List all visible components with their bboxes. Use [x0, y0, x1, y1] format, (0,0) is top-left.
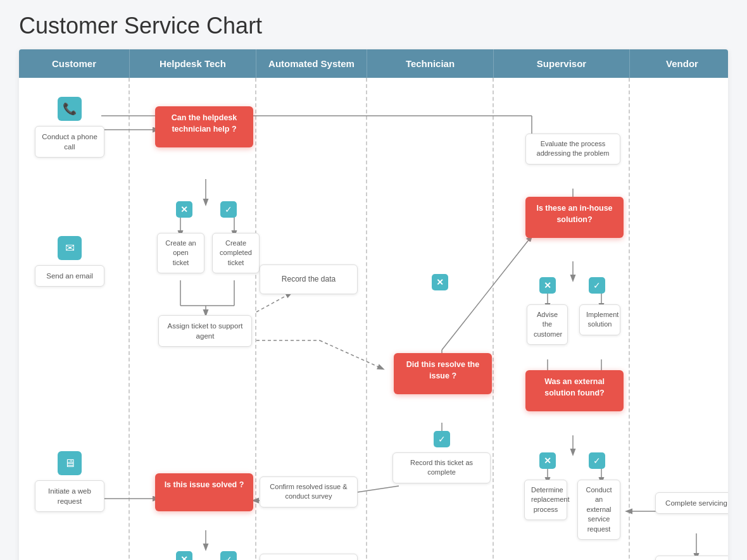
- assign-ticket-node: Assign ticket to support agent: [158, 315, 252, 347]
- create-completed-ticket-1-label: Create completed ticket: [212, 233, 260, 273]
- send-email-node: ✉ Send an email: [25, 236, 114, 287]
- is-issue-solved-node: Is this issue solved ?: [155, 473, 253, 511]
- complete-servicing-label: Complete servicing: [655, 492, 728, 514]
- send-email-label: Send an email: [35, 265, 104, 287]
- determine-replacement-label: Determine replacement process: [524, 480, 567, 520]
- chart-container: Customer Helpdesk Tech Automated System …: [19, 49, 728, 560]
- conduct-phone-call-label: Conduct a phone call: [35, 126, 104, 158]
- can-helpdesk-help-node: Can the helpdesk technician help ?: [155, 106, 253, 147]
- helpdesk-check-icon: ✓: [220, 201, 237, 218]
- is-inhouse-node: Is these an in-house solution?: [525, 197, 624, 238]
- header-automated: Automated System: [256, 49, 367, 78]
- record-data-node: Record the data: [260, 264, 358, 294]
- implement-solution-label: Implement solution: [579, 304, 620, 335]
- technician-x-icon: ✕: [432, 274, 448, 290]
- store-record-label: Store the Record in a database: [260, 554, 358, 560]
- store-record-node: Store the Record in a database: [260, 554, 358, 560]
- implement-solution-node: Implement solution: [579, 304, 620, 335]
- is-issue-solved-label: Is this issue solved ?: [155, 473, 253, 511]
- helpdesk-x-icon: ✕: [176, 201, 192, 218]
- evaluate-process-node: Evaluate the process addressing the prob…: [525, 134, 620, 165]
- record-ticket-complete-node: Record this ticket as complete: [392, 452, 491, 483]
- create-open-ticket-1-label: Create an open ticket: [157, 233, 204, 273]
- inhouse-check-icon: ✓: [589, 277, 605, 294]
- assign-ticket-label: Assign ticket to support agent: [158, 315, 252, 347]
- evaluate-process-label: Evaluate the process addressing the prob…: [525, 134, 620, 165]
- can-helpdesk-help-label: Can the helpdesk technician help ?: [155, 106, 253, 147]
- email-icon: ✉: [58, 236, 82, 260]
- confirm-resolved-1-node: Confirm resolved issue & conduct survey: [260, 476, 358, 507]
- conduct-phone-call-node: 📞 Conduct a phone call: [25, 97, 114, 158]
- issue-solved-check-icon: ✓: [220, 551, 237, 560]
- header-vendor: Vendor: [630, 49, 728, 78]
- did-resolve-check-icon: ✓: [434, 431, 450, 447]
- did-resolve-node: Did this resolve the issue ?: [394, 353, 492, 394]
- record-ticket-complete-label: Record this ticket as complete: [392, 452, 491, 483]
- chart-body: 📞 Conduct a phone call ✉ Send an email 🖥…: [19, 78, 728, 560]
- did-resolve-label: Did this resolve the issue ?: [394, 353, 492, 394]
- advise-customer-node: Advise the customer: [527, 304, 568, 345]
- is-inhouse-label: Is these an in-house solution?: [525, 197, 624, 238]
- determine-replacement-node: Determine replacement process: [524, 480, 567, 520]
- confirm-resolved-2-node: Confirm resolved issue & conduct survey: [655, 556, 728, 560]
- confirm-resolved-2-label: Confirm resolved issue & conduct survey: [655, 556, 728, 560]
- header-customer: Customer: [19, 49, 130, 78]
- header-row: Customer Helpdesk Tech Automated System …: [19, 49, 728, 78]
- header-supervisor: Supervisor: [494, 49, 630, 78]
- conduct-external-service-label: Conduct an external service request: [577, 480, 620, 540]
- external-x-icon: ✕: [539, 452, 556, 469]
- advise-customer-label: Advise the customer: [527, 304, 568, 345]
- external-check-icon: ✓: [589, 452, 605, 469]
- web-icon: 🖥: [58, 451, 82, 475]
- issue-solved-x-icon: ✕: [176, 551, 192, 560]
- header-helpdesk: Helpdesk Tech: [130, 49, 256, 78]
- was-external-node: Was an external solution found?: [525, 370, 624, 411]
- initiate-web-request-node: 🖥 Initiate a web request: [25, 451, 114, 512]
- create-open-ticket-1-node: Create an open ticket: [157, 233, 204, 273]
- create-completed-ticket-1-node: Create completed ticket: [212, 233, 260, 273]
- phone-icon: 📞: [58, 97, 82, 121]
- header-technician: Technician: [367, 49, 494, 78]
- inhouse-x-icon: ✕: [539, 277, 556, 294]
- conduct-external-service-node: Conduct an external service request: [577, 480, 620, 540]
- was-external-label: Was an external solution found?: [525, 370, 624, 411]
- initiate-web-request-label: Initiate a web request: [35, 480, 104, 512]
- page-title: Customer Service Chart: [19, 13, 728, 39]
- confirm-resolved-1-label: Confirm resolved issue & conduct survey: [260, 476, 358, 507]
- complete-servicing-node: Complete servicing: [655, 492, 728, 514]
- record-data-label: Record the data: [260, 264, 358, 294]
